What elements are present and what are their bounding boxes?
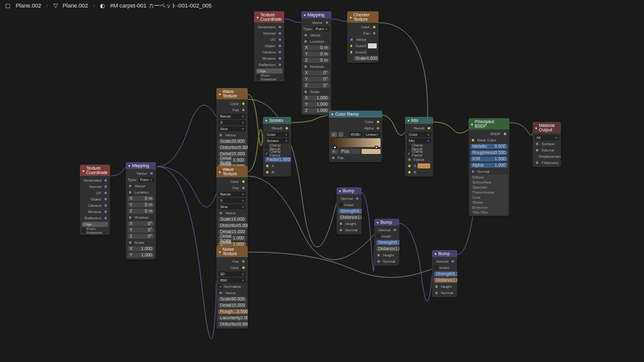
node-mapping[interactable]: Mapping Vector Type:Point Vector Locatio… [301, 11, 331, 115]
node-texture-coordinate[interactable]: Texture Coordinate Generated Normal UV O… [80, 165, 110, 235]
node-mapping[interactable]: Mapping Vector Type:Point Vector Locatio… [126, 162, 156, 260]
breadcrumb[interactable]: ▢Plane.002› ▽Plane.002› ◐#M carpet-001 カ… [0, 0, 644, 11]
node-editor-canvas[interactable]: Texture Coordinate Generated Normal UV O… [0, 11, 644, 351]
node-mix-screen[interactable]: Screen Result Color Screen Clamp Result … [263, 117, 291, 177]
node-mix[interactable]: Mix Result Color Mix Clamp Result Clamp … [405, 117, 433, 177]
node-principled-bsdf[interactable]: Principled BSDF BSDF Base Color Metallic… [469, 118, 509, 216]
node-checker-texture[interactable]: Checker Texture Color Fac Vector Color1 … [347, 11, 379, 63]
node-texture-coordinate[interactable]: Texture Coordinate Generated Normal UV O… [254, 11, 284, 82]
node-material-output[interactable]: Material Output All Surface Volume Displ… [533, 122, 561, 167]
node-bump[interactable]: Bump Normal Invert Strength0.300 Distanc… [336, 187, 362, 234]
node-wave-texture[interactable]: Wave Texture Color Fac Bands X Sine Vect… [216, 88, 248, 177]
color-swatch[interactable] [368, 50, 377, 55]
node-noise-texture[interactable]: Noise Texture Fac Color 3D fBM Normalize… [216, 246, 248, 329]
color-ramp-gradient[interactable] [331, 138, 380, 147]
node-color-ramp[interactable]: Color Ramp Color Alpha +-RGBLinear 0Pos … [329, 111, 382, 162]
node-wave-texture[interactable]: Wave Texture Color Fac Bands X Sine Vect… [216, 166, 248, 255]
node-bump[interactable]: Bump Normal Invert Strength0.100 Distanc… [374, 219, 399, 266]
node-bump[interactable]: Bump Normal Invert Strength0.100 Distanc… [432, 250, 457, 297]
color-swatch[interactable] [368, 43, 377, 48]
